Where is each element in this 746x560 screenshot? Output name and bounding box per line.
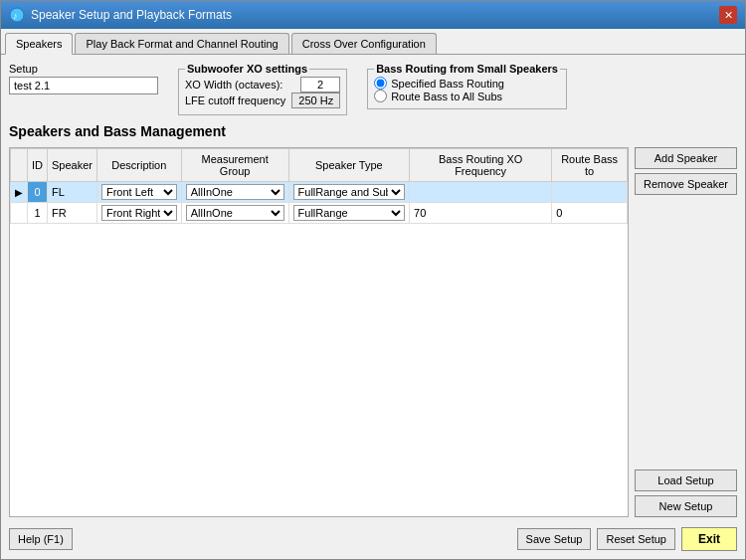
col-speaker-type: Speaker Type	[288, 149, 409, 182]
row0-id: 0	[28, 182, 48, 203]
row0-description: Front Left	[96, 182, 181, 203]
save-setup-button[interactable]: Save Setup	[517, 528, 592, 550]
lfe-label: LFE cutoff frequency	[185, 94, 285, 106]
reset-setup-button[interactable]: Reset Setup	[597, 528, 675, 550]
lfe-row: LFE cutoff frequency 250 Hz	[185, 93, 340, 108]
table-row[interactable]: 1 FR Front Right AllInOne	[11, 203, 628, 224]
main-area: ID Speaker Description Measurement Group…	[9, 147, 737, 517]
right-buttons: Add Speaker Remove Speaker Load Setup Ne…	[635, 147, 737, 517]
row1-bass-xo: 70	[410, 203, 552, 224]
exit-button[interactable]: Exit	[681, 527, 737, 551]
row0-arrow: ▶	[11, 182, 28, 203]
xo-width-input[interactable]	[300, 77, 340, 93]
lfe-value-button[interactable]: 250 Hz	[291, 93, 340, 108]
col-measurement-group: Measurement Group	[181, 149, 288, 182]
row1-description: Front Right	[96, 203, 181, 224]
bass-routing-option1-row: Specified Bass Routing	[374, 77, 560, 90]
setup-label: Setup	[9, 63, 158, 75]
bottom-buttons: Help (F1) Save Setup Reset Setup Exit	[9, 523, 737, 551]
svg-text:♪: ♪	[13, 11, 18, 21]
xo-width-label: XO Width (octaves):	[185, 79, 294, 91]
title-bar-left: ♪ Speaker Setup and Playback Formats	[9, 7, 232, 23]
col-route-bass: Route Bass to	[552, 149, 628, 182]
right-bottom-buttons: Load Setup New Setup	[635, 469, 737, 517]
speakers-table: ID Speaker Description Measurement Group…	[10, 148, 628, 224]
col-id: ID	[28, 149, 48, 182]
table-header-row: ID Speaker Description Measurement Group…	[11, 149, 628, 182]
row1-desc-select[interactable]: Front Right	[101, 205, 177, 221]
top-controls: Setup Subwoofer XO settings XO Width (oc…	[9, 63, 737, 115]
row1-type: FullRange	[288, 203, 409, 224]
window-icon: ♪	[9, 7, 25, 23]
window-title: Speaker Setup and Playback Formats	[31, 8, 232, 22]
row1-type-select[interactable]: FullRange	[293, 205, 405, 221]
speakers-table-container: ID Speaker Description Measurement Group…	[9, 147, 629, 517]
row0-speaker: FL	[48, 182, 97, 203]
setup-group: Setup	[9, 63, 158, 94]
col-arrow	[11, 149, 28, 182]
bass-routing-option2-row: Route Bass to All Subs	[374, 90, 560, 102]
bass-routing-radio2[interactable]	[374, 90, 387, 102]
bass-routing-label2: Route Bass to All Subs	[391, 91, 502, 102]
table-row[interactable]: ▶ 0 FL Front Left Al	[11, 182, 628, 203]
xo-settings-title: Subwoofer XO settings	[185, 63, 309, 75]
row0-desc-select[interactable]: Front Left	[101, 184, 177, 200]
content-area: Setup Subwoofer XO settings XO Width (oc…	[1, 55, 745, 559]
bass-routing-title: Bass Routing from Small Speakers	[374, 63, 560, 75]
bass-routing-label1: Specified Bass Routing	[391, 78, 504, 90]
main-window: ♪ Speaker Setup and Playback Formats ✕ S…	[0, 0, 746, 560]
table-area: ID Speaker Description Measurement Group…	[9, 147, 629, 517]
row1-route: 0	[552, 203, 628, 224]
tab-speakers[interactable]: Speakers	[5, 33, 73, 55]
help-button[interactable]: Help (F1)	[9, 528, 73, 550]
close-button[interactable]: ✕	[719, 6, 737, 24]
row0-mg-select[interactable]: AllInOne	[186, 184, 284, 200]
row1-measurement: AllInOne	[181, 203, 288, 224]
title-bar: ♪ Speaker Setup and Playback Formats ✕	[1, 1, 745, 29]
row1-mg-select[interactable]: AllInOne	[186, 205, 284, 221]
tab-bar: Speakers Play Back Format and Channel Ro…	[1, 29, 745, 55]
new-setup-button[interactable]: New Setup	[635, 495, 737, 517]
row0-measurement: AllInOne	[181, 182, 288, 203]
xo-settings-group: Subwoofer XO settings XO Width (octaves)…	[178, 63, 347, 115]
row0-bass-xo	[410, 182, 552, 203]
remove-speaker-button[interactable]: Remove Speaker	[635, 173, 737, 195]
col-speaker: Speaker	[48, 149, 97, 182]
col-description: Description	[96, 149, 181, 182]
setup-input[interactable]	[9, 77, 158, 94]
tab-playback[interactable]: Play Back Format and Channel Routing	[75, 33, 288, 54]
row1-speaker: FR	[48, 203, 97, 224]
row0-route	[552, 182, 628, 203]
row0-type: FullRange and Sub	[288, 182, 409, 203]
section-title: Speakers and Bass Management	[9, 123, 737, 139]
row0-type-select[interactable]: FullRange and Sub	[293, 184, 405, 200]
right-top-buttons: Add Speaker Remove Speaker	[635, 147, 737, 195]
xo-width-row: XO Width (octaves):	[185, 77, 340, 93]
bass-routing-radio1[interactable]	[374, 77, 387, 90]
bass-routing-group: Bass Routing from Small Speakers Specifi…	[367, 63, 567, 109]
row1-id: 1	[28, 203, 48, 224]
tab-crossover[interactable]: Cross Over Configuration	[291, 33, 437, 54]
add-speaker-button[interactable]: Add Speaker	[635, 147, 737, 169]
col-bass-xo: Bass Routing XO Frequency	[410, 149, 552, 182]
load-setup-button[interactable]: Load Setup	[635, 469, 737, 491]
row1-arrow	[11, 203, 28, 224]
